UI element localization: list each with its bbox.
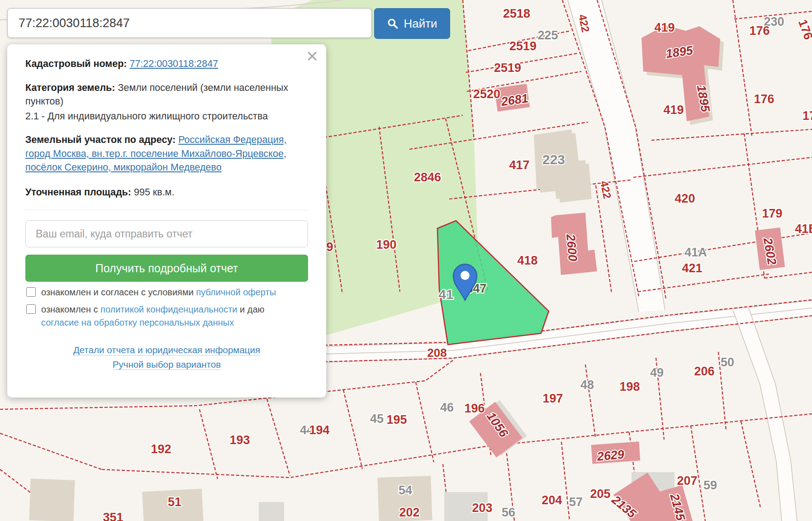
manual-select-link[interactable]: Ручной выбор вариантов: [113, 359, 221, 370]
parcel-label: 197: [542, 392, 563, 405]
parcel-label: 2629: [596, 448, 625, 464]
privacy-checkbox-row: ознакомлен с политикой конфиденциальност…: [25, 303, 308, 329]
address-label: Земельный участок по адресу:: [25, 134, 176, 145]
parcel-label: 419: [654, 21, 674, 34]
parcel-label: 50: [721, 355, 734, 369]
personal-data-link[interactable]: согласие на обработку персональных данны…: [41, 317, 234, 327]
parcel-label: 421: [682, 261, 702, 275]
parcel-label: 41: [438, 287, 453, 302]
cadastral-number-row: Кадастровый номер: 77:22:0030118:2847: [25, 57, 308, 71]
parcel-label: 196: [464, 402, 484, 415]
offer-checkbox-row: ознакомлен и согласен с условиями публич…: [25, 286, 308, 299]
parcel-label: 48: [580, 378, 594, 392]
close-icon[interactable]: ×: [306, 45, 318, 67]
parcel-label: 45: [370, 412, 384, 426]
category-code: 2.1 - Для индивидуального жилищного стро…: [25, 111, 268, 122]
privacy-checkbox-label: ознакомлен с политикой конфиденциальност…: [41, 303, 265, 329]
offer-checkbox[interactable]: [26, 287, 36, 297]
parcel-label: 190: [376, 238, 396, 251]
search-icon: [387, 18, 399, 29]
building: [259, 502, 284, 521]
parcel-label: 57: [569, 495, 583, 509]
parcel-label: 206: [694, 365, 714, 378]
parcel-label: 2518: [503, 7, 530, 20]
parcel-label: 203: [472, 501, 492, 515]
parcel-label: 225: [537, 28, 558, 42]
parcel-label: 41А: [684, 246, 707, 259]
email-field[interactable]: [25, 220, 308, 247]
parcel-label: 195: [386, 413, 407, 426]
parcel-label: 205: [590, 487, 610, 501]
parcel-label: 2520: [473, 87, 500, 101]
parcel-info-panel: × Кадастровый номер: 77:22:0030118:2847 …: [7, 44, 326, 398]
search-button-label: Найти: [404, 17, 437, 31]
parcel-label: 59: [703, 478, 717, 492]
cadastral-number-link[interactable]: 77:22:0030118:2847: [129, 58, 218, 69]
parcel-label: 194: [309, 423, 329, 437]
parcel-label: 46: [440, 401, 454, 414]
parcel-label: 420: [674, 192, 695, 205]
offer-text: ознакомлен и согласен с условиями: [41, 287, 196, 297]
parcel-label: 202: [399, 506, 419, 519]
area-label: Уточненная площадь:: [25, 187, 131, 198]
privacy-text-1: ознакомлен с: [41, 304, 100, 314]
parcel-label: 56: [502, 506, 515, 519]
public-offer-link[interactable]: публичной оферты: [196, 287, 276, 297]
search-input[interactable]: [7, 8, 372, 38]
parcel-label: 2519: [494, 61, 521, 75]
parcel-label: 9: [326, 240, 333, 254]
parcel-label: 204: [541, 493, 562, 507]
privacy-policy-link[interactable]: политикой конфиденциальности: [100, 304, 237, 314]
privacy-text-2: и даю: [237, 304, 265, 314]
parcel-label: 351: [103, 511, 123, 521]
parcel-label: 207: [677, 474, 697, 488]
privacy-checkbox[interactable]: [26, 304, 36, 314]
parcel-label: 417: [509, 158, 529, 172]
parcel-label: 198: [619, 380, 640, 393]
parcel-label: 17: [803, 109, 812, 123]
parcel-label: 49: [650, 366, 664, 379]
building: [29, 478, 75, 521]
parcel-label: 2600: [564, 233, 579, 262]
report-details-link[interactable]: Детали отчета и юридическая информация: [73, 345, 260, 355]
parcel-label: 2846: [414, 171, 441, 184]
app-window: 2518225251925192520268142241918951895230…: [0, 0, 812, 521]
divider: [25, 210, 308, 210]
parcel-label: 51: [168, 495, 181, 509]
category-row: Категория земель: Земли поселений (земли…: [25, 81, 308, 109]
parcel-label: 54: [399, 483, 412, 497]
map-pin-hole: [461, 271, 470, 280]
category-code-row: 2.1 - Для индивидуального жилищного стро…: [25, 109, 308, 123]
parcel-label: 176: [754, 92, 774, 106]
parcel-label: 419: [663, 103, 684, 117]
offer-checkbox-label: ознакомлен и согласен с условиями публич…: [41, 286, 276, 299]
parcel-label: 418: [517, 254, 537, 267]
get-report-button[interactable]: Получить подробный отчет: [25, 255, 308, 282]
area-value: 995 кв.м.: [134, 187, 174, 198]
category-label: Категория земель:: [25, 82, 115, 93]
cadastral-number-label: Кадастровый номер:: [25, 58, 127, 69]
address-row: Земельный участок по адресу: Российская …: [25, 133, 308, 175]
parcel-label: 2519: [509, 39, 537, 53]
search-button[interactable]: Найти: [374, 8, 450, 39]
search-bar: Найти: [7, 8, 450, 39]
parcel-label: 223: [542, 152, 565, 167]
parcel-label: 179: [762, 207, 782, 220]
parcel-label: 193: [229, 433, 250, 447]
parcel-label: 208: [427, 346, 446, 360]
parcel-label: 41Б: [795, 222, 812, 236]
parcel-label: 176: [749, 24, 769, 38]
footer-links: Детали отчета и юридическая информация Р…: [25, 343, 308, 372]
parcel-label: 192: [151, 442, 171, 456]
area-row: Уточненная площадь: 995 кв.м.: [25, 185, 308, 199]
